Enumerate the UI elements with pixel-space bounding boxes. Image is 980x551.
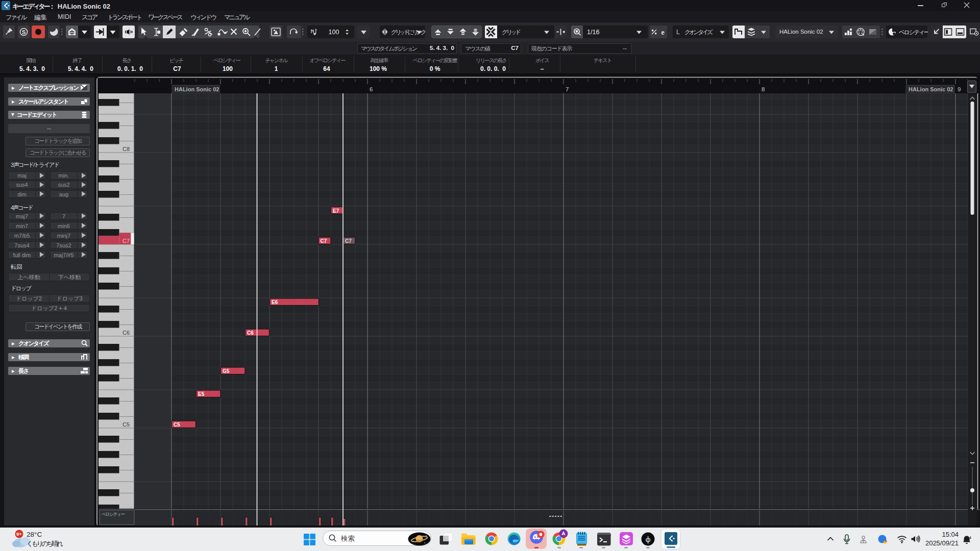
svg-text:C5: C5: [174, 422, 180, 428]
svg-text:E6: E6: [272, 299, 278, 305]
svg-text:C6: C6: [247, 330, 254, 336]
svg-text:9+: 9+: [16, 531, 22, 537]
svg-text:C7: C7: [345, 238, 352, 244]
svg-text:z: z: [969, 535, 971, 540]
svg-text:C8: C8: [122, 146, 130, 152]
svg-text:HALion Sonic 02: HALion Sonic 02: [909, 86, 953, 92]
svg-text:S: S: [22, 29, 26, 35]
svg-text:9: 9: [958, 86, 961, 92]
svg-text:C5: C5: [122, 421, 130, 428]
svg-text:ベロシティー: ベロシティー: [899, 29, 928, 35]
svg-text:e: e: [661, 29, 664, 36]
svg-text:C7: C7: [122, 238, 130, 244]
svg-text:100: 100: [329, 29, 339, 36]
svg-text:ベロシティー: ベロシティー: [102, 512, 125, 517]
svg-text:C6: C6: [122, 330, 130, 336]
svg-text:E5: E5: [198, 391, 205, 397]
svg-text:8: 8: [762, 86, 765, 92]
svg-text:クオンタイズ.: クオンタイズ.: [684, 29, 713, 35]
svg-text:7: 7: [566, 86, 569, 92]
svg-text:G5: G5: [223, 368, 230, 374]
svg-text:1/16: 1/16: [587, 29, 599, 36]
svg-text:ф: ф: [646, 535, 651, 543]
svg-text:E7: E7: [333, 208, 339, 214]
svg-text:L: L: [676, 29, 680, 36]
svg-text:6: 6: [370, 86, 373, 92]
svg-text:HALion Sonic 02: HALion Sonic 02: [175, 86, 219, 92]
svg-text:C7: C7: [321, 238, 327, 244]
